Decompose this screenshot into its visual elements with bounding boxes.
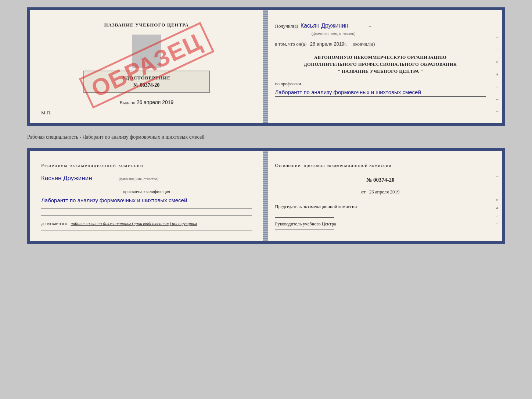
org-line2: ДОПОЛНИТЕЛЬНОГО ПРОФЕССИОНАЛЬНОГО ОБРАЗО… [275,61,486,68]
ot-date-val: 26 апреля 2019 [369,189,400,195]
bottom-doc-right: Основание: протокол экзаменационной коми… [264,151,502,241]
org-line1: АВТОНОМНУЮ НЕКОММЕРЧЕСКУЮ ОРГАНИЗАЦИЮ [275,54,486,61]
top-document: НАЗВАНИЕ УЧЕБНОГО ЦЕНТРА УДОСТОВЕРЕНИЕ №… [27,7,505,126]
poluchil-prefix: Получил(а) [275,22,298,30]
top-doc-right: Получил(а) Касьян Дружинин (фамилия, имя… [264,10,502,123]
right-margin-chars: – – и а ‹– – – [496,32,500,116]
vtom-line: в том, что он(а) 26 апреля 2019г. окончи… [275,40,486,48]
ot-label: от [361,189,366,195]
kashyan-name-line: Касьян Дружинин (фамилия, имя, отчество) [41,173,252,184]
dopuskaetsya-prefix: допускается к [41,221,67,226]
line-3 [41,215,252,215]
separator-text: Рабочая специальность - Лаборант по анал… [27,133,505,142]
mp-label: М.П. [41,110,252,116]
kvalifikatsiya: Лаборантт по анализу формовочных и шихто… [41,196,252,205]
poluchil-line: Получил(а) Касьян Дружинин (фамилия, имя… [275,21,486,37]
bottom-line [41,231,252,231]
po-professii-label: по профессии [275,80,486,88]
vtom-prefix: в том, что он(а) [275,41,307,47]
prisvoena-label: присвоена квалификация [41,188,252,195]
vydano-line: Выдано 26 апреля 2019 [41,99,252,106]
photo-placeholder [132,35,161,68]
protocol-number: № 00374-20 [275,175,486,185]
vydano-prefix: Выдано [119,100,135,105]
org-line3: " НАЗВАНИЕ УЧЕБНОГО ЦЕНТРА " [275,68,486,75]
fio-hint: (фамилия, имя, отчество) [301,31,367,37]
top-left-title: НАЗВАНИЕ УЧЕБНОГО ЦЕНТРА [41,22,252,28]
udostoverenie-box: УДОСТОВЕРЕНИЕ № 00374-20 [83,71,210,93]
top-doc-left: НАЗВАНИЕ УЧЕБНОГО ЦЕНТРА УДОСТОВЕРЕНИЕ №… [30,10,264,123]
bottom-right-margin-chars: – – – и а ‹– – – [496,173,500,234]
bottom-doc-left: Решением экзаменационной комиссии Касьян… [30,151,264,241]
bottom-document: Решением экзаменационной комиссии Касьян… [27,148,505,244]
predsedatel-signature-line [275,217,334,218]
bottom-left-content: Решением экзаменационной комиссии Касьян… [41,161,252,231]
rukovoditel-label: Руководитель учебного Центра [275,221,486,228]
lines-block [41,209,252,215]
dopuskaetsya-line: допускается к работе согласно должностны… [41,220,252,227]
udostoverenie-label: УДОСТОВЕРЕНИЕ [89,75,204,81]
ot-date: от 26 апреля 2019 [275,188,486,196]
bottom-fio-hint: (фамилия, имя, отчество) [119,177,158,181]
predsedatel-label: Председатель экзаменационной комиссии [275,203,486,210]
org-block: АВТОНОМНУЮ НЕКОММЕРЧЕСКУЮ ОРГАНИЗАЦИЮ ДО… [275,54,486,75]
professiya: Лаборантт по анализу формовочных и шихто… [275,88,486,97]
vydano-date: 26 апреля 2019 [137,99,174,105]
bottom-right-content: Основание: протокол экзаменационной коми… [275,161,486,229]
dopuskaetsya-text: работе согласно должностным (производств… [71,221,197,226]
kashyan-name: Касьян Дружинин [41,173,115,184]
poluchil-name: Касьян Дружинин (фамилия, имя, отчество) [301,21,367,37]
vtom-date: 26 апреля 2019г. [310,41,347,47]
osnovanie-title: Основание: протокол экзаменационной коми… [275,161,486,170]
top-right-content: Получил(а) Касьян Дружинин (фамилия, имя… [275,21,486,97]
line-2 [41,212,252,212]
udostoverenie-number: № 00374-20 [89,82,204,88]
rukovoditel-signature-line [275,229,334,229]
resheniem-title: Решением экзаменационной комиссии [41,161,252,170]
okончил-label: окончил(а) [353,41,375,47]
line-1 [41,209,252,209]
